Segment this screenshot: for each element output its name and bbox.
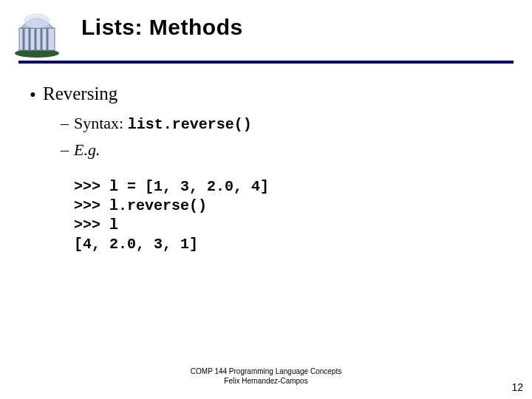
eg-label: E.g.	[74, 140, 100, 159]
code-line: >>> l = [1, 3, 2.0, 4]	[74, 178, 269, 195]
code-line: [4, 2.0, 3, 1]	[74, 236, 198, 253]
code-line: >>> l.reverse()	[74, 197, 207, 214]
page-number: 12	[511, 381, 523, 393]
syntax-code: list.reverse()	[128, 116, 252, 133]
footer: COMP 144 Programming Language Concepts F…	[0, 367, 532, 386]
bullet-level1: •Reversing	[30, 81, 510, 108]
bullet1-text: Reversing	[43, 83, 117, 103]
code-line: >>> l	[74, 216, 118, 233]
svg-point-7	[24, 13, 50, 28]
bullet-level2-syntax: –Syntax: list.reverse()	[61, 112, 510, 134]
syntax-label: Syntax:	[74, 114, 123, 132]
content-area: •Reversing –Syntax: list.reverse() –E.g.…	[30, 81, 510, 254]
bullet-level2-eg: –E.g.	[61, 139, 510, 161]
code-block: >>> l = [1, 3, 2.0, 4] >>> l.reverse() >…	[74, 177, 510, 254]
well-dome-logo-icon	[10, 7, 64, 61]
bullet-dot-icon: •	[30, 83, 43, 108]
bullet-dash-icon: –	[61, 112, 74, 134]
footer-line1: COMP 144 Programming Language Concepts	[0, 367, 532, 377]
bullet-dash-icon: –	[61, 139, 74, 161]
footer-line2: Felix Hernandez-Campos	[0, 377, 532, 386]
slide-root: Lists: Methods •Reversing –Syntax: list.…	[0, 0, 532, 399]
slide-title: Lists: Methods	[81, 15, 243, 40]
title-underline	[18, 61, 514, 64]
